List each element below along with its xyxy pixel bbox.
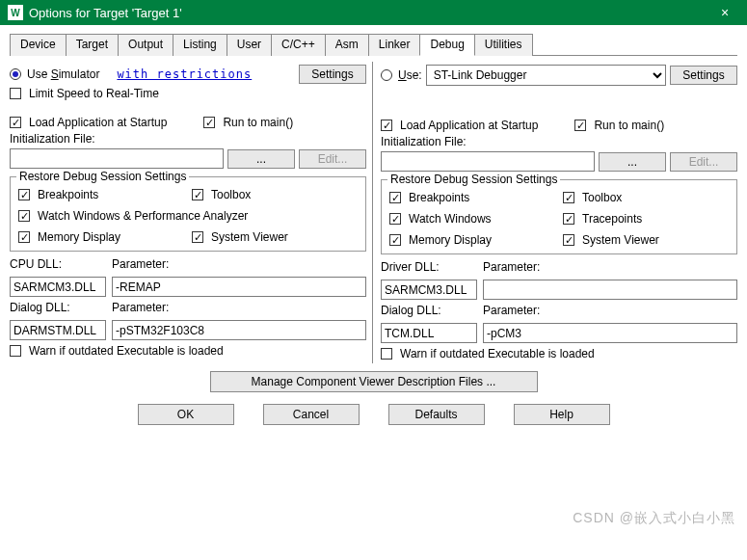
hw-toolbox-check[interactable] (563, 192, 574, 203)
tab-target[interactable]: Target (66, 34, 119, 56)
hw-dlg-param-input[interactable] (483, 323, 737, 343)
hw-bp-label: Breakpoints (409, 191, 469, 204)
sim-watch-check[interactable] (18, 210, 30, 222)
sim-run-main-label: Run to main() (223, 116, 293, 129)
sim-mem-label: Memory Display (38, 230, 120, 244)
sim-init-file-label: Initialization File: (10, 132, 95, 146)
drv-dll-label: Driver DLL: (381, 260, 477, 274)
tab-strip: Device Target Output Listing User C/C++ … (10, 33, 737, 56)
titlebar: W Options for Target 'Target 1' × (0, 0, 747, 25)
sim-restore-group: Restore Debug Session Settings Breakpoin… (10, 176, 366, 252)
sim-sysview-label: System Viewer (211, 230, 288, 244)
hw-init-file-input[interactable] (381, 151, 595, 172)
sim-watch-label: Watch Windows & Performance Analyzer (38, 209, 248, 223)
simulator-pane: Use Simulator with restrictions Settings… (10, 62, 373, 363)
tab-output[interactable]: Output (118, 34, 173, 56)
help-button[interactable]: Help (514, 404, 610, 425)
hw-mem-check[interactable] (389, 234, 401, 246)
use-hw-label: Use: (398, 68, 422, 82)
ok-button[interactable]: OK (138, 404, 234, 425)
defaults-button[interactable]: Defaults (388, 404, 485, 425)
sim-load-app-check[interactable] (10, 117, 21, 128)
sim-dlg-dll-input[interactable] (10, 320, 106, 340)
tab-utilities[interactable]: Utilities (474, 34, 533, 56)
tab-linker[interactable]: Linker (368, 34, 421, 56)
sim-browse-button[interactable]: ... (227, 149, 295, 169)
drv-param-input[interactable] (483, 280, 737, 300)
drv-param-label: Parameter: (483, 260, 737, 274)
hw-load-app-check[interactable] (381, 120, 392, 131)
cpu-dll-input[interactable] (10, 277, 106, 297)
debugger-select[interactable]: ST-Link Debugger (426, 65, 666, 86)
sim-dlg-param-label: Parameter: (112, 301, 366, 314)
hw-browse-button[interactable]: ... (599, 152, 666, 172)
hw-init-file-label: Initialization File: (381, 135, 467, 148)
sim-toolbox-check[interactable] (192, 189, 203, 200)
sim-edit-button: Edit... (299, 149, 366, 169)
sim-mem-check[interactable] (18, 231, 30, 243)
tab-debug[interactable]: Debug (419, 34, 474, 56)
use-simulator-label: Use Simulator (27, 67, 99, 81)
restrictions-link[interactable]: with restrictions (117, 67, 252, 81)
hw-warn-check[interactable] (381, 348, 392, 360)
hw-run-main-check[interactable] (574, 120, 586, 131)
hw-dlg-param-label: Parameter: (483, 304, 737, 317)
hardware-pane: Use: ST-Link Debugger Settings Load Appl… (379, 62, 737, 363)
window-title: Options for Target 'Target 1' (29, 6, 710, 20)
hw-restore-legend: Restore Debug Session Settings (387, 173, 560, 186)
hw-dlg-dll-input[interactable] (381, 323, 477, 343)
hw-settings-button[interactable]: Settings (670, 66, 737, 85)
tab-cpp[interactable]: C/C++ (271, 34, 326, 56)
tab-asm[interactable]: Asm (325, 34, 369, 56)
use-simulator-radio[interactable] (10, 68, 21, 80)
hw-restore-group: Restore Debug Session Settings Breakpoin… (381, 179, 737, 254)
hw-watch-label: Watch Windows (409, 212, 492, 226)
hw-edit-button: Edit... (670, 152, 737, 172)
drv-dll-input[interactable] (381, 280, 477, 300)
hw-dlg-dll-label: Dialog DLL: (381, 304, 477, 317)
sim-toolbox-label: Toolbox (211, 188, 251, 201)
cancel-button[interactable]: Cancel (263, 404, 360, 425)
cpu-dll-label: CPU DLL: (10, 257, 106, 271)
limit-speed-check[interactable] (10, 88, 21, 99)
sim-load-app-label: Load Application at Startup (29, 116, 167, 129)
sim-restore-legend: Restore Debug Session Settings (16, 170, 189, 183)
hw-toolbox-label: Toolbox (582, 191, 622, 204)
watermark: CSDN @嵌入式小白小黑 (573, 510, 735, 527)
hw-load-app-label: Load Application at Startup (400, 119, 538, 132)
sim-settings-button[interactable]: Settings (299, 65, 366, 84)
hw-warn-label: Warn if outdated Executable is loaded (400, 347, 595, 360)
sim-dlg-dll-label: Dialog DLL: (10, 301, 106, 314)
sim-warn-check[interactable] (10, 345, 21, 357)
tab-user[interactable]: User (227, 34, 272, 56)
sim-bp-check[interactable] (18, 189, 30, 200)
sim-warn-label: Warn if outdated Executable is loaded (29, 344, 224, 358)
sim-sysview-check[interactable] (192, 231, 203, 243)
sim-init-file-input[interactable] (10, 148, 224, 169)
use-hw-radio[interactable] (381, 69, 392, 81)
sim-dlg-param-input[interactable] (112, 320, 366, 340)
close-icon[interactable]: × (710, 5, 739, 20)
app-icon: W (8, 5, 23, 20)
manage-components-button[interactable]: Manage Component Viewer Description File… (210, 371, 538, 392)
hw-run-main-label: Run to main() (594, 119, 664, 132)
sim-bp-label: Breakpoints (38, 188, 98, 201)
hw-trace-label: Tracepoints (582, 212, 642, 226)
sim-run-main-check[interactable] (203, 117, 215, 128)
hw-sysview-label: System Viewer (582, 233, 659, 247)
tab-device[interactable]: Device (10, 34, 67, 56)
hw-watch-check[interactable] (389, 213, 401, 225)
dialog-buttons: OK Cancel Defaults Help (10, 404, 737, 425)
hw-bp-check[interactable] (389, 192, 401, 203)
cpu-param-label: Parameter: (112, 257, 366, 271)
limit-speed-label: Limit Speed to Real-Time (29, 87, 159, 100)
cpu-param-input[interactable] (112, 277, 366, 297)
hw-mem-label: Memory Display (409, 233, 492, 247)
hw-sysview-check[interactable] (563, 234, 574, 246)
tab-listing[interactable]: Listing (173, 34, 227, 56)
hw-trace-check[interactable] (563, 213, 574, 225)
